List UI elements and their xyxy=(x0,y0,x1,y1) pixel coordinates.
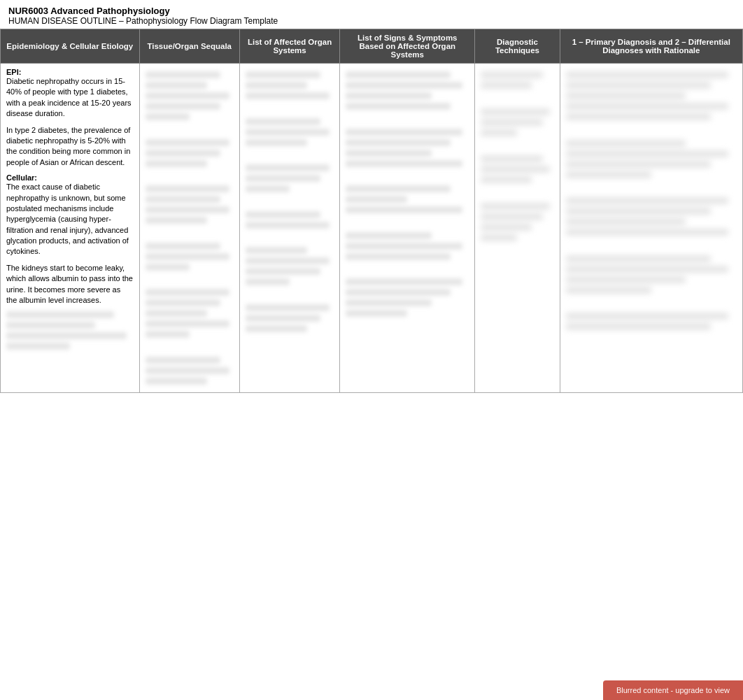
col-header-primary: 1 – Primary Diagnosis and 2 – Differenti… xyxy=(560,29,742,64)
epi-p4: The kidneys start to become leaky, which… xyxy=(6,263,134,306)
cellular-label: Cellular: xyxy=(6,173,37,182)
tissue-blurred-content xyxy=(146,71,234,385)
cell-primary-diagnosis xyxy=(560,64,742,393)
cell-epi: EPI: Diabetic nephropathy occurs in 15-4… xyxy=(1,64,140,393)
col-header-epi: Epidemiology & Cellular Etiology xyxy=(1,29,140,64)
page-header: NUR6003 Advanced Pathophysiology HUMAN D… xyxy=(0,0,743,29)
cell-diagnostic xyxy=(475,64,560,393)
main-table: Epidemiology & Cellular Etiology Tissue/… xyxy=(0,29,743,393)
bottom-bar-text: Blurred content - upgrade to view xyxy=(616,686,730,694)
signs-blurred-content xyxy=(346,71,469,317)
col-header-signs: List of Signs & Symptoms Based on Affect… xyxy=(340,29,475,64)
col-header-diag: Diagnostic Techniques xyxy=(475,29,560,64)
cell-affected-organs xyxy=(239,64,339,393)
bottom-bar: Blurred content - upgrade to view xyxy=(603,680,743,700)
page-subtitle: HUMAN DISEASE OUTLINE – Pathophysiology … xyxy=(8,16,735,26)
affected-blurred-content xyxy=(246,71,334,332)
epi-bottom-blurred xyxy=(6,311,134,350)
cell-tissue xyxy=(139,64,239,393)
epi-p3: The exact cause of diabetic nephropathy … xyxy=(6,182,134,257)
page-title: NUR6003 Advanced Pathophysiology xyxy=(8,6,735,16)
epi-p2: In type 2 diabetes, the prevalence of di… xyxy=(6,125,134,169)
col-header-tissue: Tissue/Organ Sequala xyxy=(139,29,239,64)
diag-blurred-content xyxy=(481,71,553,241)
cell-signs-symptoms xyxy=(340,64,475,393)
epi-p1: Diabetic nephropathy occurs in 15-40% of… xyxy=(6,76,134,120)
primary-blurred-content xyxy=(566,71,737,330)
epi-label: EPI: xyxy=(6,68,21,76)
table-row: EPI: Diabetic nephropathy occurs in 15-4… xyxy=(1,64,743,393)
col-header-affected: List of Affected Organ Systems xyxy=(239,29,339,64)
